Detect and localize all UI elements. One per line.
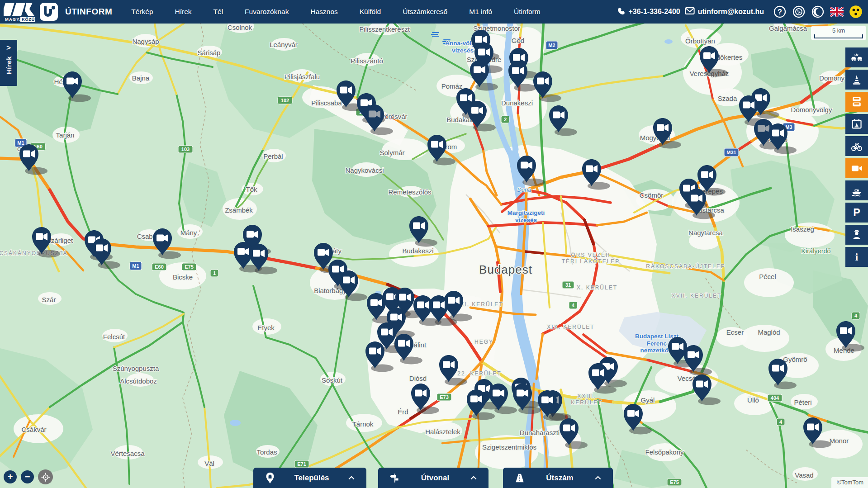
- map-label: Solymár: [379, 149, 404, 156]
- toolbar-parking-button[interactable]: P: [845, 203, 868, 223]
- toolbar-accidents-button[interactable]: [845, 47, 868, 67]
- cookie-settings-icon[interactable]: [792, 5, 806, 19]
- menu-item--tinform[interactable]: Útinform: [503, 0, 551, 24]
- video-camera-icon: [772, 129, 784, 137]
- map-label: Péteri: [794, 398, 811, 406]
- video-camera-icon: [360, 99, 372, 107]
- video-camera-icon: [688, 351, 699, 359]
- menu-item--tsz-mkeres-[interactable]: Útszámkereső: [392, 0, 458, 24]
- help-icon[interactable]: ?: [773, 5, 787, 19]
- menu-item-fuvaroz-knak[interactable]: Fuvarozóknak: [234, 0, 299, 24]
- route-badge: M1: [130, 262, 142, 270]
- route-badge: E75: [182, 263, 196, 270]
- toolbar-traffic-button[interactable]: [845, 92, 868, 112]
- traffic-map[interactable]: M1E60M1E60E751101021032M2M3M3131444404E7…: [0, 0, 868, 488]
- map-label: Csömör: [640, 191, 664, 199]
- menu-item-m1-inf-[interactable]: M1 infó: [458, 0, 503, 24]
- map-label: Érd: [398, 408, 408, 416]
- email-link[interactable]: utinform@kozut.hu: [685, 7, 764, 17]
- video-camera-icon: [772, 365, 784, 372]
- video-camera-icon: [807, 423, 819, 431]
- toolbar-planned-roadworks-button[interactable]: [845, 114, 868, 134]
- svg-text:4: 4: [854, 313, 858, 318]
- webcam-icon: [850, 162, 863, 175]
- magyar-kozut-logo: MAGYAR KÖZÚT: [4, 1, 35, 22]
- map-label: Nagytarcsa: [688, 229, 723, 237]
- zoom-in-button[interactable]: +: [4, 470, 17, 483]
- toolbar-bicycle-info-button[interactable]: [845, 136, 868, 156]
- scale-label: 5 km: [832, 27, 845, 34]
- map-label: Pilisjászfalu: [285, 73, 320, 81]
- video-camera-icon: [696, 380, 708, 388]
- video-camera-icon: [541, 396, 553, 404]
- mail-icon: [685, 7, 695, 17]
- video-camera-icon: [433, 301, 445, 309]
- toolbar-information-button[interactable]: i: [845, 247, 868, 267]
- accessibility-icon[interactable]: [849, 5, 863, 19]
- map-label: Nagykovácsi: [345, 166, 384, 174]
- video-camera-icon: [369, 347, 381, 355]
- menu-item-t-l[interactable]: Tél: [203, 0, 234, 24]
- map-label: Királyerdő: [801, 247, 830, 255]
- map-label: Szigetszentmiklós: [482, 443, 536, 451]
- -tsz-m-search-button[interactable]: Útszám: [503, 468, 613, 488]
- map-label: Bicske: [173, 273, 193, 281]
- map-label: Bajna: [132, 74, 150, 82]
- map-label: XVII. KERÜLET: [672, 293, 722, 299]
- menu-item-t-rk-p[interactable]: Térkép: [120, 0, 164, 24]
- svg-text:E60: E60: [155, 264, 164, 270]
- video-camera-icon: [657, 124, 669, 132]
- locate-button[interactable]: [38, 469, 53, 484]
- telep-l-s-search-button[interactable]: Település: [253, 468, 366, 488]
- video-camera-icon: [398, 340, 410, 347]
- map-label: Tarján: [56, 131, 75, 139]
- map-label: Pomáz: [441, 82, 463, 90]
- brand[interactable]: MAGYAR KÖZÚT ÚTINFORM: [0, 1, 112, 22]
- chevron-up-icon: [594, 474, 602, 482]
- video-camera-icon: [474, 66, 485, 74]
- map-label: Dunaharaszti: [520, 429, 560, 436]
- video-camera-icon: [471, 107, 483, 114]
- svg-text:KÖZÚT: KÖZÚT: [22, 17, 35, 22]
- menu-item-h-rek[interactable]: Hírek: [164, 0, 203, 24]
- news-side-tab[interactable]: > Hírek: [0, 40, 17, 86]
- language-flag-uk-icon[interactable]: [830, 5, 844, 19]
- svg-text:M31: M31: [726, 150, 736, 155]
- -tvonal-search-button[interactable]: Útvonal: [378, 468, 489, 488]
- phone-icon: [617, 7, 625, 17]
- video-camera-icon: [563, 424, 575, 432]
- map-label: X. KERÜLET: [577, 284, 617, 291]
- map-label: Budakeszi: [402, 247, 433, 255]
- map-layer-toolbar: Pi: [845, 47, 868, 267]
- svg-text:M1: M1: [132, 263, 139, 269]
- map-label: Domonyvölgy: [791, 106, 832, 114]
- map-label: Isaszeg: [791, 225, 814, 233]
- phone-link[interactable]: +36-1-336-2400: [617, 7, 680, 17]
- menu-item-hasznos[interactable]: Hasznos: [299, 0, 348, 24]
- video-camera-icon: [390, 313, 402, 321]
- video-camera-icon: [672, 343, 683, 351]
- map-label: Mány: [180, 229, 197, 237]
- video-camera-icon: [493, 389, 504, 397]
- map-label: Piliscsaba: [311, 99, 342, 107]
- map-label: Csolnok: [228, 24, 252, 31]
- map-label: Budapest: [479, 263, 532, 276]
- dark-mode-icon[interactable]: [811, 5, 825, 19]
- route-badge: 404: [768, 394, 782, 402]
- toolbar-ferries-button[interactable]: [845, 180, 868, 200]
- svg-text:?: ?: [778, 8, 782, 16]
- route-badge: M2: [546, 41, 558, 49]
- map-label: Pilisszentkereszt: [359, 25, 410, 33]
- video-camera-icon: [23, 150, 35, 158]
- toolbar-border-crossings-button[interactable]: [845, 225, 868, 245]
- svg-text:i: i: [855, 251, 859, 263]
- menu-item-k-lf-ld[interactable]: Külföld: [349, 0, 392, 24]
- scale-rule: [814, 34, 863, 38]
- map-label: Vértesacsa: [110, 450, 145, 457]
- map-label: Alcsútdoboz: [120, 377, 157, 385]
- toolbar-roadworks-button[interactable]: [845, 70, 868, 90]
- toolbar-webcams-button[interactable]: [845, 158, 868, 178]
- info-icon: i: [850, 251, 863, 263]
- video-camera-icon: [36, 233, 47, 241]
- zoom-out-button[interactable]: −: [21, 470, 34, 483]
